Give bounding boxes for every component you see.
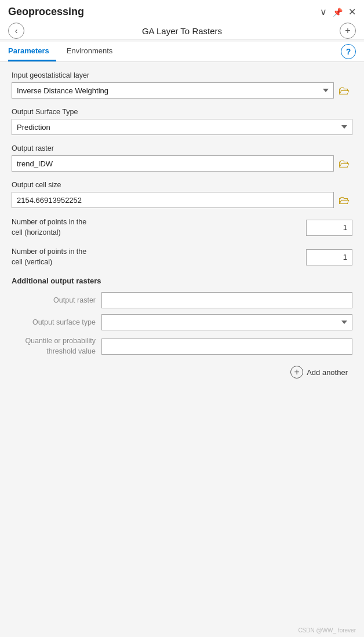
output-cell-size-label: Output cell size bbox=[12, 181, 352, 189]
additional-output-raster-label: Output raster bbox=[12, 296, 101, 304]
output-cell-size-folder-button[interactable]: 🗁 bbox=[336, 192, 352, 208]
page-title: GA Layer To Rasters bbox=[24, 26, 340, 36]
add-another-row: + Add another bbox=[12, 362, 352, 382]
input-layer-label: Input geostatistical layer bbox=[12, 71, 352, 79]
additional-output-raster-input[interactable] bbox=[101, 292, 352, 308]
input-layer-row: Inverse Distance Weighting 🗁 bbox=[12, 82, 352, 99]
output-raster-folder-button[interactable]: 🗁 bbox=[336, 155, 352, 172]
additional-rasters-section: Additional output rasters Output raster … bbox=[12, 276, 352, 382]
additional-quantile-label: Quantile or probabilitythreshold value bbox=[12, 336, 101, 356]
points-vertical-input[interactable] bbox=[306, 249, 352, 265]
additional-surface-type-label: Output surface type bbox=[12, 318, 101, 326]
add-button[interactable]: + bbox=[340, 23, 356, 39]
points-vertical-label: Number of points in the cell (vertical) bbox=[12, 247, 306, 267]
points-horizontal-input[interactable] bbox=[306, 220, 352, 236]
header-top: Geoprocessing ∨ 📌 ✕ bbox=[8, 6, 356, 18]
pin-button[interactable]: 📌 bbox=[333, 8, 343, 17]
minimize-button[interactable]: ∨ bbox=[320, 6, 327, 17]
content-area: Input geostatistical layer Inverse Dista… bbox=[0, 62, 364, 624]
points-horizontal-group: Number of points in the cell (horizontal… bbox=[12, 217, 352, 238]
output-surface-type-select[interactable]: Prediction Prediction Standard Error Pro… bbox=[12, 119, 352, 135]
additional-surface-type-row: Output surface type Prediction Predictio… bbox=[12, 314, 352, 330]
folder-icon: 🗁 bbox=[338, 84, 350, 97]
folder-icon-2: 🗁 bbox=[338, 157, 350, 170]
window-controls: ∨ 📌 ✕ bbox=[320, 6, 356, 17]
help-button[interactable]: ? bbox=[341, 44, 356, 59]
nav-row: ‹ GA Layer To Rasters + bbox=[8, 23, 356, 39]
points-horizontal-label: Number of points in the cell (horizontal… bbox=[12, 217, 306, 238]
output-cell-size-group: Output cell size 🗁 bbox=[12, 181, 352, 208]
footer-watermark: CSDN @WW_ forever bbox=[0, 624, 364, 637]
output-surface-type-row: Prediction Prediction Standard Error Pro… bbox=[12, 119, 352, 135]
add-icon: + bbox=[345, 26, 350, 36]
output-raster-group: Output raster 🗁 bbox=[12, 144, 352, 172]
tabs-bar: Parameters Environments ? bbox=[0, 42, 364, 62]
output-cell-size-row: 🗁 bbox=[12, 192, 352, 208]
tab-parameters[interactable]: Parameters bbox=[8, 42, 56, 61]
folder-icon-3: 🗁 bbox=[338, 194, 350, 207]
additional-quantile-input[interactable] bbox=[101, 338, 352, 355]
output-surface-type-group: Output Surface Type Prediction Predictio… bbox=[12, 108, 352, 135]
output-raster-row: 🗁 bbox=[12, 155, 352, 172]
points-vertical-group: Number of points in the cell (vertical) bbox=[12, 247, 352, 267]
additional-surface-type-select[interactable]: Prediction Prediction Standard Error Pro… bbox=[101, 314, 352, 330]
output-raster-input[interactable] bbox=[12, 155, 334, 172]
input-layer-folder-button[interactable]: 🗁 bbox=[336, 82, 352, 99]
additional-quantile-row: Quantile or probabilitythreshold value bbox=[12, 336, 352, 356]
close-button[interactable]: ✕ bbox=[348, 6, 356, 17]
tab-environments[interactable]: Environments bbox=[67, 42, 119, 61]
output-raster-label: Output raster bbox=[12, 144, 352, 152]
panel: Geoprocessing ∨ 📌 ✕ ‹ GA Layer To Raster… bbox=[0, 0, 364, 637]
add-another-label: Add another bbox=[307, 368, 348, 377]
add-another-circle-icon: + bbox=[290, 366, 303, 378]
header: Geoprocessing ∨ 📌 ✕ ‹ GA Layer To Raster… bbox=[0, 0, 364, 39]
output-surface-type-label: Output Surface Type bbox=[12, 108, 352, 116]
back-icon: ‹ bbox=[15, 26, 18, 35]
add-another-button[interactable]: + Add another bbox=[286, 362, 352, 382]
output-cell-size-input[interactable] bbox=[12, 192, 334, 208]
additional-rasters-title: Additional output rasters bbox=[12, 276, 352, 285]
input-layer-group: Input geostatistical layer Inverse Dista… bbox=[12, 71, 352, 99]
app-title: Geoprocessing bbox=[8, 6, 84, 18]
additional-output-raster-row: Output raster bbox=[12, 292, 352, 308]
input-layer-select[interactable]: Inverse Distance Weighting bbox=[12, 82, 334, 99]
back-button[interactable]: ‹ bbox=[8, 23, 24, 39]
